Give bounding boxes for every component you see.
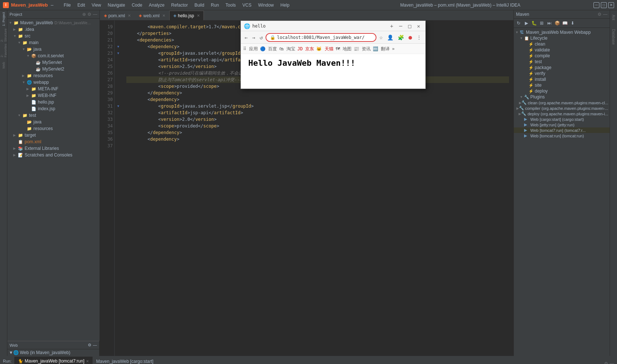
tree-item-myservlet2[interactable]: ☕ MyServlet2 — [7, 66, 100, 72]
maven-item-clean[interactable]: ⚡ clean — [514, 41, 610, 47]
url-bar[interactable]: 🔒 localhost:8081/Maven_javaWeb_war/ — [266, 33, 376, 42]
maven-run-config-1[interactable]: ▶ Web [jetty:run] (jetty:run) — [514, 122, 610, 127]
close-button[interactable]: ✕ — [608, 2, 614, 8]
tree-item-hellojsp[interactable]: 📄 hello.jsp — [7, 99, 100, 105]
code-content[interactable]: <maven.compiler.target>1.7</maven.compil… — [122, 21, 513, 356]
maven-item-package[interactable]: ⚡ package — [514, 65, 610, 71]
database-tab[interactable]: Database — [611, 26, 616, 48]
tab-close-web[interactable]: ✕ — [162, 14, 165, 18]
maven-collapse-icon[interactable]: — — [603, 12, 607, 17]
bm-more[interactable]: » — [392, 46, 394, 52]
browser-maximize[interactable]: □ — [406, 23, 413, 29]
menu-file[interactable]: File — [61, 2, 73, 8]
sidebar-icon-structure[interactable]: 2: Structure — [0, 27, 7, 42]
run-tab-tomcat-close[interactable]: ✕ — [86, 359, 89, 363]
tree-item-metainf[interactable]: ▶ 📁 META-INF — [7, 86, 100, 92]
menu-refactor[interactable]: Refactor — [168, 2, 191, 8]
bm-fanyi[interactable]: 🔤 翻译 — [373, 46, 390, 52]
tree-item-target[interactable]: ▶ 📁 target — [7, 132, 100, 138]
menu-window[interactable]: Window — [255, 2, 277, 8]
bm-jd[interactable]: JD 京东 — [297, 46, 314, 52]
tree-item-test-java[interactable]: 📂 java — [7, 119, 100, 125]
maven-item-verify[interactable]: ⚡ verify — [514, 71, 610, 76]
bm-baidu[interactable]: 🔵 百度 — [260, 46, 277, 52]
tree-item-pomxml[interactable]: 📋 pom.xml — [7, 138, 100, 145]
locate-icon[interactable]: ⊕ — [82, 12, 86, 17]
run-tab-tomcat[interactable]: 🐈 Maven_javaWeb [tomcat7:run] ✕ — [14, 357, 93, 364]
tree-item-root[interactable]: ▼ 📁 Maven_javaWeb D:\Maven_javaWe... — [7, 19, 100, 26]
fold-icon-31[interactable]: ▼ — [117, 103, 120, 109]
maven-item-test[interactable]: ⚡ test — [514, 59, 610, 65]
maven-item-root[interactable]: ▼ 🏗 Maven_javaWeb Maven Webapp — [514, 29, 610, 35]
maximize-button[interactable]: □ — [601, 2, 607, 8]
fold-icon-23[interactable]: ▼ — [117, 50, 120, 57]
maven-item-plugin-clean[interactable]: ▶ 🔧 clean (org.apache.maven.plugins:mave… — [514, 100, 610, 105]
maven-settings-icon[interactable]: ⚙ — [598, 12, 602, 17]
maven-item-deploy[interactable]: ⚡ deploy — [514, 88, 610, 94]
maven-item-plugin-deploy[interactable]: ▶ 🔧 deploy (org.apache.maven.plugins:mav… — [514, 111, 610, 116]
tree-item-src[interactable]: ▼ 📁 src — [7, 33, 100, 39]
sidebar-icon-favorites[interactable]: 2: Favorites — [0, 43, 7, 57]
tree-item-main[interactable]: ▼ 📁 main — [7, 39, 100, 46]
maven-item-plugin-compiler[interactable]: ▶ 🔧 compiler (org.apache.maven.plugins:m… — [514, 105, 610, 111]
maven-skip-btn[interactable]: ⏭ — [546, 20, 553, 26]
minimize-button[interactable]: ─ — [593, 2, 599, 8]
maven-run-btn[interactable]: ▶ — [523, 20, 530, 26]
settings-icon[interactable]: ⚙ — [87, 12, 91, 17]
maven-doc-btn[interactable]: 📖 — [562, 20, 568, 26]
fold-icon-22[interactable]: ▼ — [117, 43, 120, 50]
user-icon[interactable]: 👤 — [386, 33, 395, 42]
bm-taobao[interactable]: 🛍 淘宝 — [279, 46, 295, 52]
maven-toggle-btn[interactable]: ⊞ — [538, 20, 545, 26]
run-tab-cargo[interactable]: Maven_javaWeb [cargo:start] — [93, 357, 157, 364]
menu-tools[interactable]: Tools — [223, 2, 239, 8]
tab-web-xml[interactable]: ◈ web.xml ✕ — [135, 11, 169, 20]
web-collapse-icon[interactable]: — — [93, 343, 97, 347]
maven-run-config-0[interactable]: ▶ Web [cargo:start] (cargo:start) — [514, 116, 610, 122]
ant-tab[interactable]: Ant — [611, 12, 616, 23]
maven-run-config-2[interactable]: ▶ Web [tomcat7:run] (tomcat7:r... — [514, 127, 610, 133]
bm-ditu[interactable]: 🗺 地图 — [336, 46, 351, 52]
bm-apps[interactable]: ⠿ 应用 — [243, 46, 258, 52]
maven-item-compile[interactable]: ⚡ compile — [514, 53, 610, 59]
web-tree-item[interactable]: ▼ 🌐 Web (in Maven_javaWeb) — [7, 349, 99, 356]
run-hide-icon[interactable]: — — [610, 361, 614, 364]
run-settings-icon[interactable]: ⚙ — [604, 361, 608, 364]
collapse-icon[interactable]: — — [93, 12, 97, 17]
menu-navigate[interactable]: Navigate — [105, 2, 128, 8]
maven-debug-btn[interactable]: 🐛 — [531, 20, 537, 26]
browser-minimize[interactable]: ─ — [397, 23, 404, 29]
tree-item-webinf[interactable]: ▶ 📁 WEB-INF — [7, 92, 100, 99]
tree-item-test[interactable]: ▼ 📁 test — [7, 112, 100, 119]
tab-pom-xml[interactable]: ◈ pom.xml ✕ — [100, 11, 135, 20]
web-settings-icon[interactable]: ⚙ — [88, 343, 91, 347]
back-button[interactable]: ← — [243, 33, 249, 42]
maven-source-btn[interactable]: 📦 — [554, 20, 560, 26]
tree-item-scratches[interactable]: ▶ 📝 Scratches and Consoles — [7, 152, 100, 158]
bm-zixun[interactable]: 📰 资讯 — [354, 46, 371, 52]
sidebar-icon-project[interactable]: 1: Project — [0, 12, 7, 26]
refresh-button[interactable]: ↺ — [258, 33, 264, 42]
tree-item-java[interactable]: ▼ 📂 java — [7, 46, 100, 53]
more-icon[interactable]: ⋮ — [415, 33, 423, 42]
maven-item-plugins[interactable]: ▼ 🔧 Plugins — [514, 94, 610, 100]
maven-download-btn[interactable]: ⬇ — [569, 20, 576, 26]
maven-refresh-btn[interactable]: ↻ — [515, 20, 522, 26]
menu-run[interactable]: Run — [208, 2, 222, 8]
menu-build[interactable]: Build — [191, 2, 207, 8]
menu-vcs[interactable]: VCS — [239, 2, 255, 8]
forward-button[interactable]: → — [250, 33, 256, 42]
tree-item-package[interactable]: ▼ 📦 com.it.servlet — [7, 53, 100, 59]
menu-analyze[interactable]: Analyze — [146, 2, 167, 8]
tree-item-indexjsp[interactable]: 📄 index.jsp — [7, 105, 100, 112]
tree-item-test-resources[interactable]: 📁 resources — [7, 125, 100, 132]
menu-help[interactable]: Help — [277, 2, 292, 8]
maven-run-config-3[interactable]: ▶ Web [tomcat:run] (tomcat:run) — [514, 133, 610, 138]
maven-item-site[interactable]: ⚡ site — [514, 82, 610, 88]
tab-hello-jsp[interactable]: ◈ hello.jsp ✕ — [169, 11, 204, 20]
tree-item-webapp[interactable]: ▼ 🌐 webapp — [7, 79, 100, 86]
menu-icon[interactable]: ● — [407, 33, 414, 42]
tab-close-hello[interactable]: ✕ — [197, 14, 200, 18]
maven-item-validate[interactable]: ⚡ validate — [514, 47, 610, 53]
star-icon[interactable]: ☆ — [378, 33, 385, 42]
